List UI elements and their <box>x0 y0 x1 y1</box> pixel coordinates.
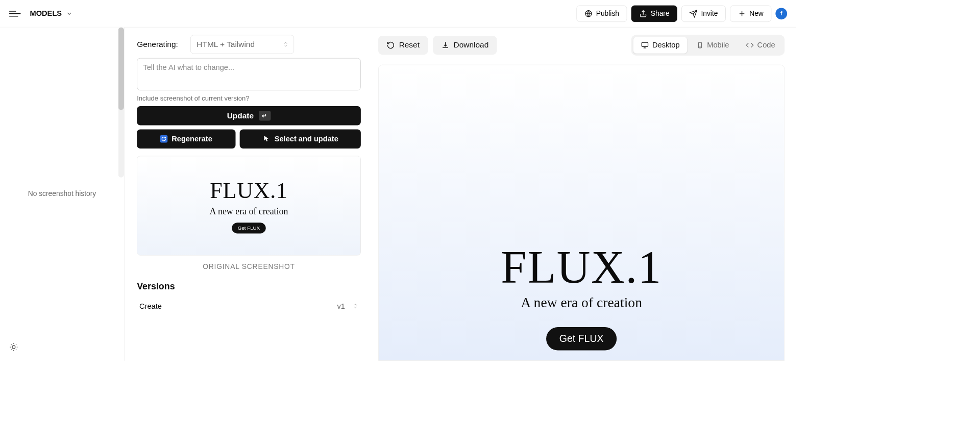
pointer-icon <box>262 135 270 143</box>
regenerate-button[interactable]: Regenerate <box>137 130 235 149</box>
share-button[interactable]: Share <box>631 5 677 22</box>
editor-panel: Generating: HTML + Tailwind Include scre… <box>125 28 374 361</box>
plus-icon <box>738 9 746 17</box>
versions-heading: Versions <box>137 281 361 292</box>
mobile-icon <box>696 41 704 49</box>
viewport-segmented-control: Desktop Mobile Code <box>631 35 785 56</box>
update-button[interactable]: Update ↵ <box>137 106 361 125</box>
screenshot-hint: Include screenshot of current version? <box>137 94 361 102</box>
undo-icon <box>386 41 395 49</box>
framework-select[interactable]: HTML + Tailwind <box>190 35 294 54</box>
version-label: Create <box>139 302 162 310</box>
avatar[interactable]: f <box>775 8 787 19</box>
send-icon <box>690 9 698 17</box>
update-label: Update <box>227 111 254 120</box>
tab-mobile-label: Mobile <box>707 41 729 50</box>
download-icon <box>441 41 449 49</box>
new-button[interactable]: New <box>730 5 771 22</box>
preview-canvas: FLUX.1 A new era of creation Get FLUX <box>378 65 785 361</box>
chevron-down-icon <box>66 10 72 17</box>
svg-point-5 <box>700 47 700 47</box>
preview-panel: Reset Download Desktop <box>373 28 796 361</box>
version-tag: v1 <box>337 302 345 310</box>
original-screenshot-caption: ORIGINAL SCREENSHOT <box>137 260 361 272</box>
tab-code-label: Code <box>757 41 775 50</box>
preview-toolbar: Reset Download Desktop <box>378 35 785 56</box>
generating-label: Generating: <box>137 40 178 49</box>
hamburger-menu-button[interactable] <box>9 8 21 19</box>
tab-desktop[interactable]: Desktop <box>633 37 688 54</box>
project-name-label: MODELS <box>30 9 62 18</box>
original-screenshot-preview: FLUX.1 A new era of creation Get FLUX <box>137 156 360 255</box>
theme-toggle-button[interactable] <box>9 342 18 352</box>
regenerate-label: Regenerate <box>172 135 212 143</box>
original-screenshot-card: FLUX.1 A new era of creation Get FLUX <box>137 156 361 256</box>
thumb-hero-sub: A new era of creation <box>210 206 288 217</box>
history-scrollbar-thumb[interactable] <box>118 28 124 110</box>
share-label: Share <box>651 9 670 17</box>
code-icon <box>746 41 754 49</box>
thumb-hero-title: FLUX.1 <box>210 178 287 204</box>
svg-point-2 <box>12 346 15 349</box>
monitor-icon <box>641 41 649 49</box>
history-scrollbar-track[interactable] <box>118 28 124 178</box>
reset-button[interactable]: Reset <box>378 36 428 55</box>
invite-button[interactable]: Invite <box>681 5 726 22</box>
download-button[interactable]: Download <box>433 36 497 55</box>
invite-label: Invite <box>701 9 718 17</box>
download-label: Download <box>454 41 489 50</box>
history-empty-text: No screenshot history <box>28 190 96 198</box>
avatar-initial: f <box>780 10 782 16</box>
hero-subtitle: A new era of creation <box>521 295 642 311</box>
hero-cta-label: Get FLUX <box>559 333 604 344</box>
framework-selected-value: HTML + Tailwind <box>197 40 255 49</box>
select-caret-icon <box>283 41 288 48</box>
prompt-textarea[interactable] <box>137 58 361 90</box>
publish-label: Publish <box>596 9 619 17</box>
svg-rect-3 <box>642 42 648 46</box>
hero-title: FLUX.1 <box>501 240 662 294</box>
project-name-dropdown[interactable]: MODELS <box>30 9 73 18</box>
select-caret-icon <box>353 302 358 310</box>
tab-code[interactable]: Code <box>738 37 782 54</box>
tab-mobile[interactable]: Mobile <box>689 37 737 54</box>
publish-button[interactable]: Publish <box>577 5 627 22</box>
enter-key-icon: ↵ <box>259 111 271 121</box>
select-update-label: Select and update <box>275 135 338 143</box>
globe-icon <box>584 9 593 17</box>
sun-icon <box>9 342 18 352</box>
new-label: New <box>749 9 764 17</box>
thumb-hero-cta: Get FLUX <box>232 223 265 233</box>
share-icon <box>639 9 647 17</box>
select-and-update-button[interactable]: Select and update <box>239 130 361 149</box>
refresh-icon <box>160 135 167 143</box>
tab-desktop-label: Desktop <box>652 41 680 50</box>
history-sidebar: No screenshot history <box>0 28 125 361</box>
hero-cta-button[interactable]: Get FLUX <box>546 327 617 351</box>
version-row[interactable]: Create v1 <box>137 296 361 316</box>
reset-label: Reset <box>399 41 420 50</box>
topbar: MODELS Publish Share Invite <box>0 0 796 28</box>
